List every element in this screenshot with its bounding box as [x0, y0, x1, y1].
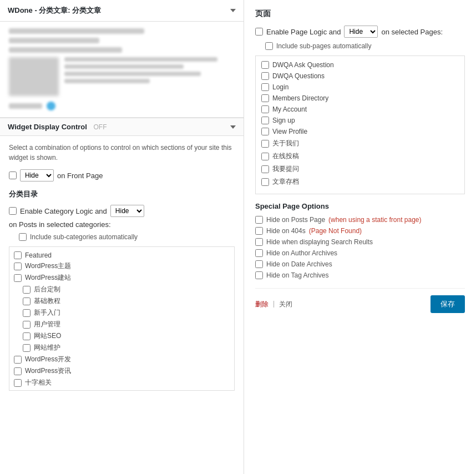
left-panel: WDone - 分类文章: 分类文章 — [0, 0, 244, 474]
save-button[interactable]: 保存 — [431, 295, 465, 313]
include-sub-pages-label: Include sub-pages automatically — [276, 42, 371, 50]
category-hide-select[interactable]: Hide Show — [110, 205, 144, 217]
blur-avatar — [9, 57, 235, 96]
page-item-checkbox[interactable] — [261, 128, 269, 135]
category-item-checkbox[interactable] — [14, 367, 22, 375]
list-item: WordPress资讯 — [9, 365, 234, 377]
category-item-checkbox[interactable] — [23, 332, 31, 340]
on-selected-pages-label: on selected Pages: — [381, 28, 443, 36]
delete-close-group: 删除 | 关闭 — [255, 300, 292, 309]
category-item-label: 后台定制 — [34, 285, 60, 294]
category-item-checkbox[interactable] — [14, 379, 22, 387]
category-item-checkbox[interactable] — [14, 356, 22, 364]
preview-area — [0, 22, 244, 118]
category-item-checkbox[interactable] — [23, 286, 31, 294]
page-item-label: 关于我们 — [272, 139, 299, 148]
list-item: View Profile — [256, 126, 464, 137]
include-sub-checkbox[interactable] — [19, 233, 27, 241]
page-item-label: My Account — [272, 105, 307, 113]
list-item: Sign up — [256, 115, 464, 126]
list-item: My Account — [256, 104, 464, 115]
widget-control-header[interactable]: Widget Display Control OFF — [0, 118, 244, 136]
close-link[interactable]: 关闭 — [279, 300, 292, 309]
page-item-checkbox[interactable] — [261, 94, 269, 102]
special-option-row: Hide on Date Archives — [255, 260, 465, 268]
list-item: WordPress建站 — [9, 272, 234, 284]
list-item: 关于我们 — [256, 137, 464, 150]
page-item-label: 文章存档 — [272, 177, 299, 186]
on-posts-label: on Posts in selected categories: — [9, 220, 111, 229]
widget-control-header-left: Widget Display Control OFF — [8, 123, 107, 131]
front-page-select[interactable]: Hide Show — [20, 169, 54, 181]
special-option-checkbox[interactable] — [255, 271, 263, 279]
category-item-label: WordPress资讯 — [25, 366, 71, 376]
include-sub-label: Include sub-categories automatically — [30, 233, 138, 241]
special-option-checkbox[interactable] — [255, 216, 263, 224]
list-item: DWQA Ask Question — [256, 59, 464, 70]
include-sub-pages-checkbox[interactable] — [265, 42, 273, 50]
category-item-label: 十字相关 — [25, 378, 52, 387]
special-option-label: Hide when displaying Search Reults — [266, 238, 373, 246]
page-item-checkbox[interactable] — [261, 117, 269, 124]
page-item-checkbox[interactable] — [261, 83, 269, 91]
category-item-label: 网站SEO — [34, 331, 61, 341]
page-item-label: 在线投稿 — [272, 152, 299, 161]
list-item: WordPress开发 — [9, 354, 234, 365]
category-item-label: 网站维护 — [34, 343, 60, 352]
page-item-checkbox[interactable] — [261, 178, 269, 186]
page-logic-row: Enable Page Logic and Hide Show on selec… — [255, 26, 465, 38]
list-item: 在线投稿 — [256, 150, 464, 163]
category-logic-checkbox[interactable] — [9, 207, 17, 215]
category-item-checkbox[interactable] — [14, 263, 22, 270]
category-item-label: 新手入门 — [34, 308, 60, 317]
page-hide-select[interactable]: Hide Show — [344, 26, 378, 38]
page-item-checkbox[interactable] — [261, 105, 269, 113]
special-option-label: Hide on 404s — [266, 227, 306, 235]
enable-page-logic-label: Enable Page Logic and — [266, 28, 341, 36]
list-item: 网站SEO — [9, 330, 234, 342]
widget-body: Select a combination of options to contr… — [0, 136, 244, 397]
category-item-checkbox[interactable] — [23, 344, 31, 352]
category-item-label: 用户管理 — [34, 320, 60, 329]
blur-text-2 — [64, 64, 184, 69]
page-item-checkbox[interactable] — [261, 165, 269, 173]
widget-control-chevron-icon[interactable] — [230, 125, 236, 129]
left-header-title: WDone - 分类文章: 分类文章 — [8, 6, 101, 16]
page-item-label: 我要提问 — [272, 164, 299, 174]
category-item-checkbox[interactable] — [23, 297, 31, 305]
page-logic-checkbox[interactable] — [255, 28, 263, 36]
delete-link[interactable]: 删除 — [255, 300, 269, 309]
special-option-row: Hide on 404s (Page Not Found) — [255, 227, 465, 235]
categories-list[interactable]: FeaturedWordPress主题WordPress建站后台定制基础教程新手… — [9, 246, 235, 391]
separator: | — [273, 300, 275, 309]
special-option-label: Hide on Tag Archives — [266, 271, 329, 279]
blur-line-3 — [9, 47, 122, 53]
special-option-checkbox[interactable] — [255, 260, 263, 268]
category-item-label: WordPress建站 — [25, 273, 71, 283]
blur-line-1 — [9, 28, 144, 34]
blur-line-2 — [9, 38, 99, 43]
category-item-checkbox[interactable] — [23, 309, 31, 317]
page-item-checkbox[interactable] — [261, 140, 269, 148]
front-page-label: on Front Page — [57, 172, 103, 180]
special-option-checkbox[interactable] — [255, 227, 263, 235]
blur-image — [9, 57, 59, 96]
list-item: 后台定制 — [9, 284, 234, 295]
page-item-checkbox[interactable] — [261, 153, 269, 160]
list-item: Login — [256, 82, 464, 93]
category-item-label: Featured — [25, 251, 52, 259]
chevron-down-icon[interactable] — [230, 9, 236, 12]
special-option-row: Hide on Author Archives — [255, 249, 465, 257]
page-item-checkbox[interactable] — [261, 61, 269, 69]
category-item-checkbox[interactable] — [14, 251, 22, 259]
special-option-checkbox[interactable] — [255, 249, 263, 257]
category-item-checkbox[interactable] — [23, 321, 31, 329]
page-item-checkbox[interactable] — [261, 72, 269, 80]
front-page-row: Hide Show on Front Page — [9, 169, 235, 181]
pages-list[interactable]: DWQA Ask QuestionDWQA QuestionsLoginMemb… — [255, 56, 465, 194]
left-header[interactable]: WDone - 分类文章: 分类文章 — [0, 0, 244, 22]
special-option-checkbox[interactable] — [255, 238, 263, 246]
page-item-label: DWQA Questions — [272, 72, 325, 80]
category-item-checkbox[interactable] — [14, 274, 22, 282]
front-page-checkbox[interactable] — [9, 172, 17, 179]
